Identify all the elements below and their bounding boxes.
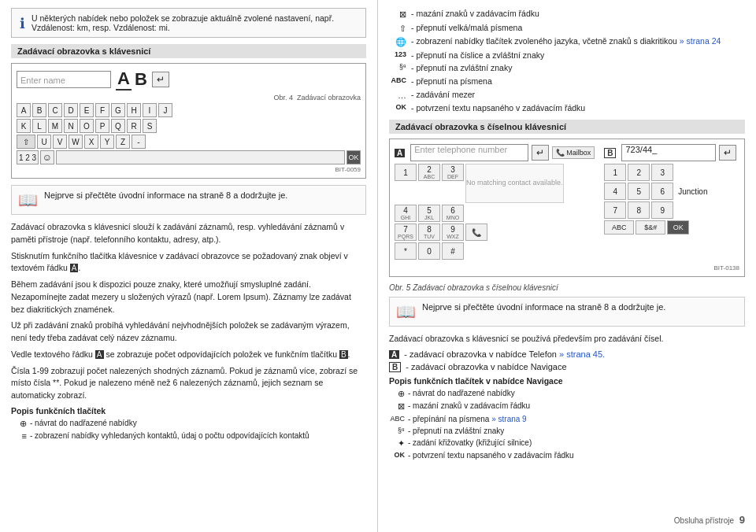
key-f[interactable]: F [95, 103, 109, 117]
note-box-left: 📖 Nejprve si přečtěte úvodní informace n… [11, 185, 366, 215]
num-key-3[interactable]: 3DEF [442, 164, 464, 181]
label-a-badge: A [395, 149, 405, 157]
big-letters-display: A B [116, 68, 147, 91]
mailbox-button[interactable]: 📞 Mailbox [552, 146, 595, 159]
key-j[interactable]: J [158, 103, 172, 117]
key-h[interactable]: H [127, 103, 141, 117]
num-kbd-panel-b: B 723/44_ ↵ 1 2 3 4 5 [604, 144, 739, 261]
num-key-7[interactable]: 7PQRS [395, 224, 417, 241]
right-abc-btn[interactable]: ABC [604, 220, 634, 235]
num-key-2[interactable]: 2ABC [418, 164, 440, 181]
key-k[interactable]: K [17, 119, 31, 133]
key-b[interactable]: B [32, 103, 46, 117]
highlight-b: B [339, 350, 348, 359]
nav-func-text-2: - mazání znaků v zadávacím řádku [408, 401, 530, 412]
note-box-right: 📖 Nejprve si přečtěte úvodní informace n… [389, 297, 745, 327]
nav-special-icon: §ᵍ [389, 426, 405, 436]
nav-junction-icon: ✦ [389, 438, 405, 449]
num-input-house[interactable]: 723/44_ [621, 144, 716, 161]
right-ok-btn[interactable]: OK [667, 220, 689, 235]
key-y[interactable]: Y [100, 135, 114, 149]
key-m[interactable]: M [48, 119, 62, 133]
right-key-1[interactable]: 1 [604, 164, 626, 181]
icon-list-item-lang: 🌐 - zobrazení nabídky tlačítek zvoleného… [389, 35, 745, 49]
icon-list-text-lang: - zobrazení nabídky tlačítek zvoleného j… [411, 35, 721, 48]
key-n[interactable]: N [64, 119, 78, 133]
backspace-button[interactable]: ↵ [152, 72, 169, 87]
label-b-small: B [389, 362, 401, 372]
func-item-1: ⊕ - návrat do nadřazené nabídky [11, 418, 366, 430]
num-input-telephone[interactable]: Enter telephone number [410, 144, 528, 161]
nav-func-item-1: ⊕ - návrat do nadřazené nabídky [389, 388, 745, 400]
num-backspace-button-b[interactable]: ↵ [719, 145, 736, 161]
nav-func-text-6: - potvrzení textu napsaného v zadávacím … [408, 450, 574, 461]
right-key-6[interactable]: 6 [651, 183, 673, 200]
num-keypad-left: 1 2ABC 3DEF No matching contact availabl… [395, 164, 564, 261]
key-e[interactable]: E [80, 103, 94, 117]
right-list-a-text: - zadávací obrazovka v nabídce Telefon »… [404, 349, 605, 359]
nav-func-text-3: - přepínání na písmena » strana 9 [408, 414, 527, 425]
num-key-5[interactable]: 5JKL [418, 205, 440, 222]
nav-func-list-title: Popis funkčních tlačítek v nabídce Navig… [389, 376, 745, 386]
num-key-star[interactable]: * [395, 242, 417, 260]
num-keypad-right: 1 2 3 4 5 6 Junction [604, 164, 739, 235]
case-icon: ⇧ [389, 22, 406, 35]
key-w[interactable]: W [69, 135, 83, 149]
right-key-4[interactable]: 4 [604, 183, 626, 200]
num-key-9[interactable]: 9WXZ [442, 224, 464, 241]
ok-key[interactable]: OK [346, 150, 361, 164]
num-key-0[interactable]: 0 [418, 242, 440, 260]
num-row-3: 7PQRS 8TUV 9WXZ 📞 [395, 224, 564, 241]
icon-list-text-backspace: - mazání znaků v zadávacím řádku [411, 8, 539, 20]
num-row-1: 1 2ABC 3DEF No matching contact availabl… [395, 164, 564, 203]
num-key-hash[interactable]: # [442, 242, 464, 260]
icon-list-item-space: … - zadávání mezer [389, 89, 745, 102]
num-key-4[interactable]: 4GHI [395, 205, 417, 222]
key-z[interactable]: Z [116, 135, 130, 149]
num-keyboard-box: A Enter telephone number ↵ 📞 Mailbox 1 [389, 139, 745, 277]
nav-func-text-1: - návrat do nadřazené nabídky [408, 388, 515, 399]
key-l[interactable]: L [32, 119, 46, 133]
body-para-5: Vedle textového řádku A se zobrazuje poč… [11, 349, 366, 361]
num-kbd-panel-a: A Enter telephone number ↵ 📞 Mailbox 1 [395, 144, 595, 261]
num-key-1[interactable]: 1 [395, 164, 417, 181]
keyboard-row-1: A B C D E F G H I J [17, 103, 361, 117]
key-g[interactable]: G [111, 103, 125, 117]
num-key-phone[interactable]: 📞 [465, 224, 487, 241]
key-d[interactable]: D [64, 103, 78, 117]
right-key-5[interactable]: 5 [628, 183, 650, 200]
right-key-3[interactable]: 3 [651, 164, 673, 181]
num-key-8[interactable]: 8TUV [418, 224, 440, 241]
num-key-6[interactable]: 6MNO [442, 205, 464, 222]
right-key-2[interactable]: 2 [628, 164, 650, 181]
key-123[interactable]: 1 2 3 [17, 150, 39, 164]
num-backspace-button[interactable]: ↵ [532, 145, 549, 161]
key-c[interactable]: C [48, 103, 62, 117]
note-text-left: Nejprve si přečtěte úvodní informace na … [44, 190, 287, 200]
key-dash[interactable]: - [132, 135, 146, 149]
keyboard-input-field[interactable]: Enter name [17, 71, 111, 88]
right-key-7[interactable]: 7 [604, 201, 626, 219]
key-s[interactable]: S [143, 119, 157, 133]
key-p[interactable]: P [95, 119, 109, 133]
shift-key[interactable]: ⇧ [17, 135, 35, 149]
key-o[interactable]: O [80, 119, 94, 133]
right-key-9[interactable]: 9 [651, 201, 673, 219]
key-u[interactable]: U [37, 135, 51, 149]
func-item-2: ≡ - zobrazení nabídky vyhledaných kontak… [11, 430, 366, 442]
nav-backspace-icon: ⊠ [389, 401, 405, 412]
key-v[interactable]: V [53, 135, 67, 149]
key-x[interactable]: X [84, 135, 98, 149]
key-i[interactable]: I [143, 103, 157, 117]
key-a[interactable]: A [17, 103, 31, 117]
right-key-8[interactable]: 8 [628, 201, 650, 219]
key-smiley[interactable]: ☺ [40, 150, 54, 164]
space-key[interactable] [56, 150, 345, 164]
key-q[interactable]: Q [111, 119, 125, 133]
keyboard-row-2: K L M N O P Q R S [17, 119, 361, 133]
right-special-btn[interactable]: $&# [636, 220, 665, 235]
junction-display: Junction [675, 183, 707, 200]
num-row-4: * 0 # [395, 242, 564, 260]
key-r[interactable]: R [127, 119, 141, 133]
nav-func-list: Popis funkčních tlačítek v nabídce Navig… [389, 376, 745, 461]
